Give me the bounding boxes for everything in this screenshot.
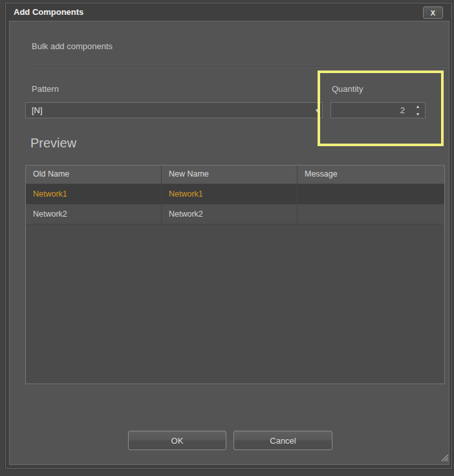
resize-grip-icon[interactable]	[440, 453, 449, 462]
add-components-dialog: Add Components X Bulk add components Pat…	[5, 3, 452, 469]
screen-background: Add Components X Bulk add components Pat…	[0, 0, 454, 476]
table-cell-new-name[interactable]: Network2	[162, 204, 297, 224]
table-cell-message[interactable]	[297, 184, 444, 204]
table-header-row: Old Name New Name Message	[26, 166, 444, 184]
pattern-label: Pattern	[32, 84, 59, 94]
preview-heading: Preview	[30, 136, 76, 151]
column-header-new-name[interactable]: New Name	[162, 166, 297, 184]
chevron-down-icon[interactable]: ▾	[316, 103, 319, 118]
pattern-combobox[interactable]: [N] ▾	[25, 102, 323, 118]
close-button[interactable]: X	[423, 6, 443, 19]
quantity-spinner[interactable]: ▲ ▼	[330, 102, 426, 118]
dialog-title: Add Components	[6, 3, 83, 21]
quantity-label: Quantity	[332, 84, 363, 94]
table-cell-message[interactable]	[297, 204, 444, 224]
table-cell-old-name[interactable]: Network1	[26, 184, 162, 204]
pattern-value: [N]	[26, 103, 43, 118]
preview-table: Old Name New Name Message Network1Networ…	[25, 165, 445, 384]
table-row[interactable]: Network2Network2	[26, 204, 444, 224]
quantity-input[interactable]	[331, 103, 407, 118]
table-row[interactable]: Network1Network1	[26, 184, 444, 204]
spinner-down-icon[interactable]: ▼	[416, 111, 420, 117]
table-cell-old-name[interactable]: Network2	[26, 204, 162, 224]
column-header-old-name[interactable]: Old Name	[26, 166, 162, 184]
ok-button[interactable]: OK	[128, 431, 226, 450]
separator-line	[29, 67, 446, 68]
column-header-message[interactable]: Message	[297, 166, 444, 184]
cancel-button[interactable]: Cancel	[233, 431, 332, 450]
dialog-content-panel: Bulk add components Pattern [N] ▾ Quanti…	[9, 21, 449, 465]
bulk-add-label: Bulk add components	[32, 41, 113, 51]
table-body: Network1Network1Network2Network2	[26, 184, 444, 224]
table-cell-new-name[interactable]: Network1	[162, 184, 297, 204]
spinner-buttons: ▲ ▼	[412, 103, 424, 117]
spinner-up-icon[interactable]: ▲	[416, 103, 420, 109]
dialog-titlebar[interactable]: Add Components X	[6, 3, 451, 21]
